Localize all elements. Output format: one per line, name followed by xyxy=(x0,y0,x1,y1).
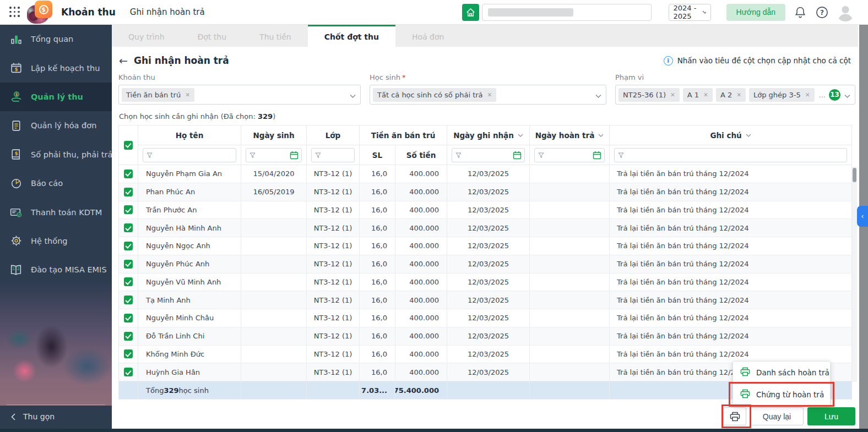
row-checkbox[interactable] xyxy=(124,368,133,376)
cell-record-date[interactable]: 12/03/2025 xyxy=(447,219,530,237)
row-checkbox[interactable] xyxy=(124,277,133,286)
home-button[interactable] xyxy=(462,4,479,21)
tab-chot-dot-thu[interactable]: Chốt đợt thu xyxy=(308,25,395,47)
cell-note[interactable]: Trả lại tiền ăn bán trú tháng 12/2024 xyxy=(610,291,852,309)
cell-refund-date[interactable] xyxy=(530,255,610,274)
cell-record-date[interactable]: 12/03/2025 xyxy=(447,237,530,255)
row-checkbox[interactable] xyxy=(124,205,133,214)
remove-tag-icon[interactable]: ✕ xyxy=(703,92,708,98)
hoc-sinh-select[interactable]: Tất cả học sinh có số phải trả✕ xyxy=(370,85,606,105)
sidebar-item-bar-chart[interactable]: Tổng quan xyxy=(0,25,112,53)
pham-vi-select[interactable]: NT25-36 (1)✕A 1✕A 2✕Lớp ghép 3-5✕ ... 13 xyxy=(615,85,855,105)
cell-note[interactable]: Trả lại tiền ăn bán trú tháng 12/2024 xyxy=(610,274,852,292)
cell-refund-date[interactable] xyxy=(530,183,610,201)
tab-quy-trinh[interactable]: Quy trình xyxy=(112,25,181,47)
col-header-ngay-hoan-tra[interactable]: Ngày hoàn trả xyxy=(530,125,610,145)
row-checkbox[interactable] xyxy=(124,188,133,196)
sidebar-item-invoice[interactable]: Quản lý hóa đơn xyxy=(0,111,112,140)
tab-hoa-don[interactable]: Hoá đơn xyxy=(395,25,460,47)
panel-toggle-button[interactable]: ‹ xyxy=(857,206,868,227)
row-checkbox[interactable] xyxy=(124,314,133,322)
filter-input-ghi-chu[interactable] xyxy=(614,148,847,162)
cell-note[interactable]: Trả lại tiền ăn bán trú tháng 12/2024 xyxy=(610,327,852,346)
cell-note[interactable]: Trả lại tiền ăn bán trú tháng 12/2024 xyxy=(610,165,852,183)
help-icon[interactable]: ? xyxy=(815,6,828,19)
sidebar-item-gear[interactable]: Hệ thống xyxy=(0,227,112,255)
tab-dot-thu[interactable]: Đợt thu xyxy=(181,25,243,47)
sidebar-collapse-button[interactable]: Thu gọn xyxy=(0,404,112,429)
col-header-ngay-ghi-nhan[interactable]: Ngày ghi nhận xyxy=(447,125,530,145)
cell-refund-date[interactable] xyxy=(530,237,610,255)
row-checkbox[interactable] xyxy=(124,169,133,178)
cell-refund-date[interactable] xyxy=(530,219,610,237)
notification-bell-icon[interactable] xyxy=(794,6,807,19)
row-checkbox[interactable] xyxy=(124,296,133,304)
table-scrollbar-thumb[interactable] xyxy=(853,168,856,182)
cell-refund-date[interactable] xyxy=(530,165,610,183)
cell-refund-date[interactable] xyxy=(530,201,610,220)
col-header-ngay-sinh[interactable]: Ngày sinh xyxy=(241,125,307,145)
calendar-icon[interactable] xyxy=(593,151,601,161)
khoan-thu-select[interactable]: Tiền ăn bán trú✕ xyxy=(118,85,361,105)
sidebar-item-ledger-book[interactable]: $Số phải thu, phải trả xyxy=(0,140,112,169)
more-tags-count-badge[interactable]: 13 xyxy=(829,89,840,101)
cell-refund-date[interactable] xyxy=(530,346,610,364)
cell-refund-date[interactable] xyxy=(530,274,610,292)
cell-refund-date[interactable] xyxy=(530,363,610,381)
save-button[interactable]: Lưu xyxy=(807,407,855,425)
cell-record-date[interactable]: 12/03/2025 xyxy=(447,183,530,201)
user-avatar[interactable] xyxy=(836,3,855,21)
select-all-checkbox[interactable] xyxy=(124,141,133,150)
cell-record-date[interactable]: 12/03/2025 xyxy=(447,165,530,183)
remove-tag-icon[interactable]: ✕ xyxy=(185,92,190,98)
row-checkbox[interactable] xyxy=(124,332,133,341)
sidebar-item-card-check[interactable]: Thanh toán KDTMNew xyxy=(0,198,112,226)
cell-record-date[interactable]: 12/03/2025 xyxy=(447,327,530,346)
col-header-so-tien[interactable]: Số tiền xyxy=(395,145,447,165)
sidebar-item-hand-coin[interactable]: $Quản lý thu xyxy=(0,83,112,111)
calendar-icon[interactable] xyxy=(290,151,299,161)
cell-record-date[interactable]: 12/03/2025 xyxy=(447,346,530,364)
print-button[interactable] xyxy=(723,407,746,425)
cell-note[interactable]: Trả lại tiền ăn bán trú tháng 12/2024 xyxy=(610,237,852,255)
back-button[interactable]: Quay lại xyxy=(750,407,804,425)
cell-record-date[interactable]: 12/03/2025 xyxy=(447,201,530,220)
row-checkbox[interactable] xyxy=(124,223,133,232)
sidebar-item-pie-chart[interactable]: Báo cáo xyxy=(0,169,112,198)
cell-record-date[interactable]: 12/03/2025 xyxy=(447,363,530,381)
sidebar-item-calendar-dollar[interactable]: $Lập kế hoạch thu xyxy=(0,53,112,82)
col-header-lop[interactable]: Lớp xyxy=(307,125,360,145)
cell-note[interactable]: Trả lại tiền ăn bán trú tháng 12/2024 xyxy=(610,201,852,220)
app-grid-icon[interactable] xyxy=(9,7,20,18)
row-checkbox[interactable] xyxy=(124,242,133,250)
cell-record-date[interactable]: 12/03/2025 xyxy=(447,255,530,274)
school-year-select[interactable]: 2024 - 2025 xyxy=(669,4,711,21)
cell-note[interactable]: Trả lại tiền ăn bán trú tháng 12/2024 xyxy=(610,183,852,201)
cell-refund-date[interactable] xyxy=(530,309,610,327)
tab-thu-tien[interactable]: Thu tiền xyxy=(243,25,308,47)
cell-record-date[interactable]: 12/03/2025 xyxy=(447,291,530,309)
cell-record-date[interactable]: 12/03/2025 xyxy=(447,274,530,292)
calendar-icon[interactable] xyxy=(513,151,522,161)
remove-tag-icon[interactable]: ✕ xyxy=(670,92,675,98)
cell-refund-date[interactable] xyxy=(530,327,610,346)
remove-tag-icon[interactable]: ✕ xyxy=(736,92,741,98)
back-arrow-icon[interactable]: ← xyxy=(119,56,128,66)
cell-note[interactable]: Trả lại tiền ăn bán trú tháng 12/2024 xyxy=(610,255,852,274)
cell-note[interactable]: Trả lại tiền ăn bán trú tháng 12/2024 xyxy=(610,309,852,327)
print-menu-item[interactable]: Danh sách hoàn trả xyxy=(733,362,830,384)
remove-tag-icon[interactable]: ✕ xyxy=(487,92,492,98)
cell-record-date[interactable]: 12/03/2025 xyxy=(447,309,530,327)
col-header-ho-ten[interactable]: Họ tên xyxy=(138,125,241,145)
global-search-input[interactable] xyxy=(482,4,652,21)
col-header-ghi-chu[interactable]: Ghi chú xyxy=(610,125,852,145)
cell-note[interactable]: Trả lại tiền ăn bán trú tháng 12/2024 xyxy=(610,219,852,237)
sidebar-item-open-book[interactable]: Đào tạo MISA EMIS xyxy=(0,255,112,284)
col-header-sl[interactable]: SL xyxy=(360,145,395,165)
cell-refund-date[interactable] xyxy=(530,291,610,309)
print-menu-item[interactable]: Chứng từ hoàn trả xyxy=(733,384,830,406)
filter-input-ho-ten[interactable] xyxy=(143,148,236,162)
col-header-tien-an-ban-tru[interactable]: Tiền ăn bán trú xyxy=(360,125,447,145)
row-checkbox[interactable] xyxy=(124,349,133,358)
row-checkbox[interactable] xyxy=(124,260,133,269)
